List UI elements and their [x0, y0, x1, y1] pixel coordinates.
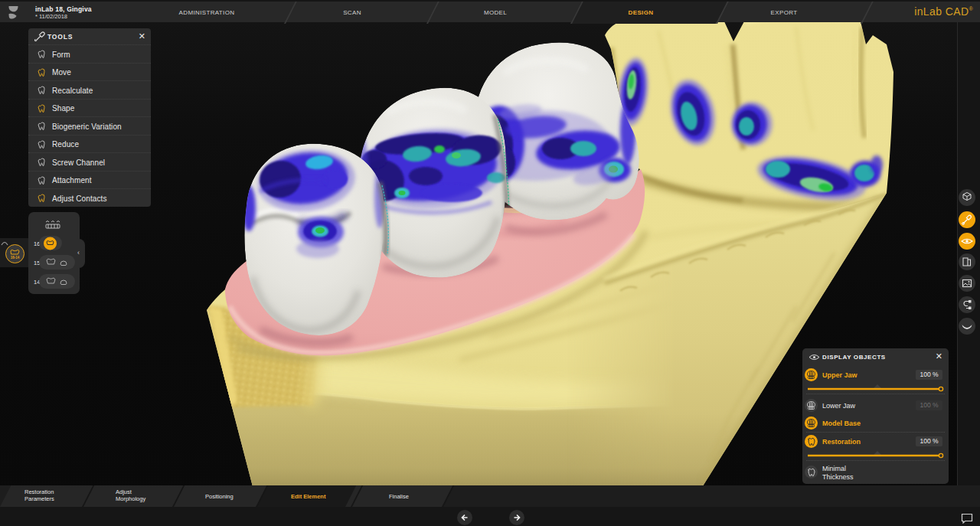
- svg-text:16-14: 16-14: [11, 256, 20, 260]
